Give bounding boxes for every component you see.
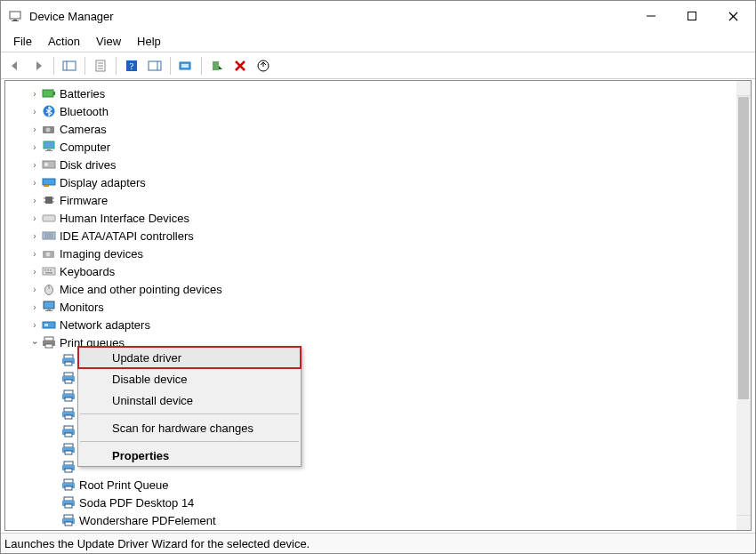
printer-icon [41,335,57,349]
print-queue-wondershare[interactable]: Wondershare PDFelement [5,511,736,529]
svg-text:?: ? [130,60,134,71]
computer-icon [41,140,57,154]
device-label: Root Print Queue [79,478,168,492]
svg-rect-28 [44,141,54,149]
battery-icon [41,86,57,100]
svg-rect-89 [64,515,73,518]
print-queue-soda[interactable]: Soda PDF Desktop 14 [5,494,736,511]
vertical-scrollbar[interactable] [736,81,751,530]
help-button[interactable]: ? [121,55,142,76]
expand-arrow-icon[interactable]: › [28,160,41,170]
printer-icon [60,478,76,492]
context-disable-device[interactable]: Disable device [78,368,301,389]
expand-arrow-icon[interactable]: › [28,302,41,312]
expand-arrow-icon[interactable]: › [28,89,41,99]
category-computer[interactable]: › Computer [5,138,736,156]
context-separator [80,413,299,414]
toolbar-separator [170,57,171,75]
expand-arrow-icon[interactable]: › [28,231,41,241]
show-hide-console-button[interactable] [59,55,80,76]
context-scan-hardware[interactable]: Scan for hardware changes [78,417,301,438]
category-keyboards[interactable]: › Keyboards [5,262,736,280]
printer-icon [60,424,76,438]
expand-arrow-icon[interactable]: › [28,196,41,205]
expand-arrow-icon[interactable]: › [28,107,41,116]
category-firmware[interactable]: › Firmware [5,191,736,209]
printer-icon [60,353,76,367]
menubar: File Action View Help [1,31,755,52]
context-item-label: Scan for hardware changes [112,422,253,435]
category-cameras[interactable]: › Cameras [5,120,736,138]
context-properties[interactable]: Properties [78,445,301,466]
svg-rect-1 [13,20,17,20]
category-hid[interactable]: › Human Interface Devices [5,209,736,227]
svg-rect-64 [65,362,72,365]
uninstall-device-button[interactable] [229,55,251,76]
category-disk-drives[interactable]: › Disk drives [5,156,736,173]
svg-point-32 [44,163,48,166]
svg-rect-74 [64,426,73,430]
category-processors[interactable]: › Processors [5,529,736,530]
context-menu: Update driver Disable device Uninstall d… [77,346,302,467]
expand-arrow-icon[interactable]: › [28,320,41,330]
svg-rect-18 [181,64,189,68]
category-monitors[interactable]: › Monitors [5,298,736,316]
menu-help[interactable]: Help [130,33,168,50]
close-button[interactable] [712,2,753,30]
keyboard-icon [41,264,57,278]
expand-arrow-icon[interactable]: › [28,178,41,188]
forward-button[interactable] [28,55,49,76]
menu-view[interactable]: View [89,33,128,50]
svg-rect-35 [45,197,52,204]
update-driver-button[interactable] [253,55,274,76]
maximize-button[interactable] [672,2,712,30]
menu-action[interactable]: Action [41,33,87,50]
svg-rect-23 [43,90,53,97]
svg-rect-30 [45,150,52,151]
svg-rect-15 [149,61,161,70]
expand-arrow-icon[interactable]: › [28,249,41,259]
svg-rect-51 [45,272,52,274]
svg-rect-19 [213,61,219,70]
category-label: IDE ATA/ATAPI controllers [60,229,194,243]
category-label: Disk drives [60,158,117,172]
category-batteries[interactable]: › Batteries [5,84,736,102]
expand-arrow-icon[interactable]: › [28,213,41,223]
expand-arrow-icon[interactable]: › [28,142,41,152]
collapse-arrow-icon[interactable]: › [30,336,40,349]
svg-rect-59 [44,337,53,341]
window-title: Device Manager [29,10,114,23]
svg-rect-76 [65,433,72,437]
printer-icon [60,406,76,421]
svg-rect-82 [65,469,72,472]
category-network[interactable]: › Network adapters [5,316,736,333]
menu-file[interactable]: File [6,33,39,50]
enable-device-button[interactable] [206,55,228,76]
category-ide[interactable]: › IDE ATA/ATAPI controllers [5,227,736,245]
expand-arrow-icon[interactable]: › [28,267,41,277]
firmware-icon [41,193,57,207]
context-uninstall-device[interactable]: Uninstall device [78,389,301,411]
expand-arrow-icon[interactable]: › [28,124,41,134]
category-mice[interactable]: › Mice and other pointing devices [5,280,736,298]
svg-rect-34 [44,185,49,187]
context-update-driver[interactable]: Update driver [78,347,301,368]
scan-hardware-button[interactable] [175,55,197,76]
category-imaging[interactable]: › Imaging devices [5,245,736,262]
toolbar: ? [1,52,755,79]
display-adapter-icon [41,175,57,189]
svg-rect-79 [65,451,72,454]
printer-icon [60,371,76,385]
status-text: Launches the Update Driver Wizard for th… [4,537,310,550]
category-display-adapters[interactable]: › Display adapters [5,173,736,191]
category-bluetooth[interactable]: › Bluetooth [5,102,736,120]
minimize-button[interactable] [631,2,672,30]
svg-rect-2 [12,20,19,21]
expand-arrow-icon[interactable]: › [28,285,41,294]
print-queue-root[interactable]: Root Print Queue [5,476,736,494]
scrollbar-thumb[interactable] [738,97,749,399]
back-button[interactable] [4,55,26,76]
properties-button[interactable] [90,55,111,76]
printer-icon [60,442,76,456]
action-pane-button[interactable] [144,55,165,76]
